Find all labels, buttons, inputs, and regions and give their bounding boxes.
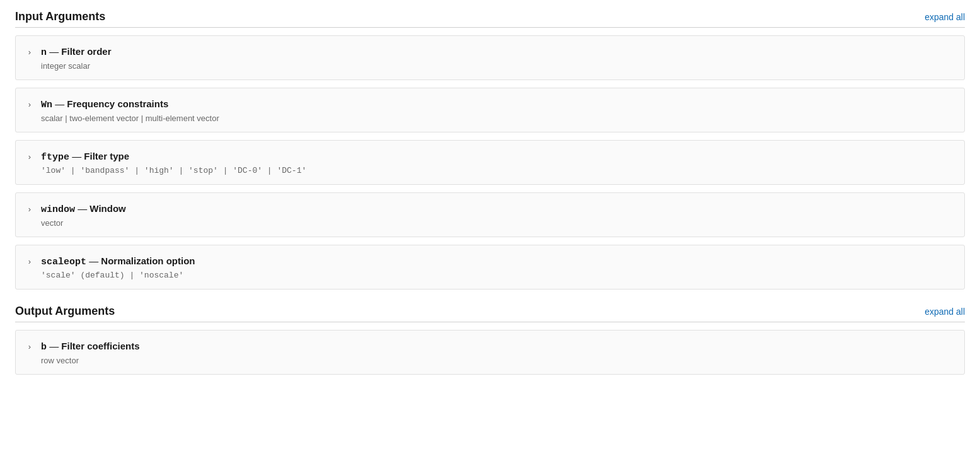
arg-content: n — Filter orderinteger scalar xyxy=(41,45,954,71)
arg-item[interactable]: ›window — Windowvector xyxy=(15,192,965,237)
chevron-right-icon: › xyxy=(25,255,35,267)
arg-subtitle: 'scale' (default) | 'noscale' xyxy=(41,271,954,280)
arg-item[interactable]: ›Wn — Frequency constraintsscalar | two-… xyxy=(15,88,965,132)
arg-content: window — Windowvector xyxy=(41,202,954,228)
chevron-right-icon: › xyxy=(25,45,35,58)
arg-title: Wn — Frequency constraints xyxy=(41,97,954,112)
arg-content: ftype — Filter type'low' | 'bandpass' | … xyxy=(41,149,954,175)
chevron-right-icon: › xyxy=(25,340,35,353)
arg-separator: — xyxy=(86,255,101,266)
arg-item-header: ›window — Windowvector xyxy=(25,202,954,228)
arg-content: b — Filter coefficientsrow vector xyxy=(41,339,954,365)
arg-name: Wn xyxy=(41,100,52,110)
arg-name: n xyxy=(41,47,47,58)
output-arguments-section: Output Arguments expand all ›b — Filter … xyxy=(15,305,965,375)
arg-subtitle: vector xyxy=(41,218,954,228)
arg-separator: — xyxy=(47,341,61,351)
arg-content: Wn — Frequency constraintsscalar | two-e… xyxy=(41,97,954,123)
arg-label: Window xyxy=(89,203,125,214)
arg-item-header: ›Wn — Frequency constraintsscalar | two-… xyxy=(25,97,954,123)
arg-subtitle: integer scalar xyxy=(41,61,954,71)
output-arguments-title: Output Arguments xyxy=(15,305,115,318)
arg-name: scaleopt xyxy=(41,257,86,267)
arg-label: Frequency constraints xyxy=(67,98,168,109)
arg-item-header: ›n — Filter orderinteger scalar xyxy=(25,45,954,71)
input-expand-all-button[interactable]: expand all xyxy=(925,12,965,22)
input-arguments-section-header: Input Arguments expand all xyxy=(15,10,965,28)
arg-title: ftype — Filter type xyxy=(41,149,954,164)
chevron-right-icon: › xyxy=(25,202,35,215)
arg-name: b xyxy=(41,342,47,353)
arg-subtitle: 'low' | 'bandpass' | 'high' | 'stop' | '… xyxy=(41,166,954,175)
chevron-right-icon: › xyxy=(25,150,35,163)
arg-separator: — xyxy=(69,151,84,161)
chevron-right-icon: › xyxy=(25,98,35,110)
arg-separator: — xyxy=(52,98,67,109)
arg-label: Filter type xyxy=(84,151,129,161)
arg-subtitle: scalar | two-element vector | multi-elem… xyxy=(41,114,954,123)
arg-name: window xyxy=(41,204,75,215)
arg-item[interactable]: ›scaleopt — Normalization option'scale' … xyxy=(15,245,965,290)
input-arguments-title: Input Arguments xyxy=(15,10,105,23)
arg-title: n — Filter order xyxy=(41,45,954,59)
arg-label: Filter coefficients xyxy=(61,341,139,351)
arg-item-header: ›scaleopt — Normalization option'scale' … xyxy=(25,254,954,280)
arg-item-header: ›ftype — Filter type'low' | 'bandpass' |… xyxy=(25,149,954,175)
arg-title: b — Filter coefficients xyxy=(41,339,954,354)
arg-item-header: ›b — Filter coefficientsrow vector xyxy=(25,339,954,365)
arg-item[interactable]: ›n — Filter orderinteger scalar xyxy=(15,35,965,80)
output-arguments-section-header: Output Arguments expand all xyxy=(15,305,965,322)
arg-label: Normalization option xyxy=(101,255,195,266)
arg-subtitle: row vector xyxy=(41,356,954,365)
arg-label: Filter order xyxy=(61,46,111,57)
output-expand-all-button[interactable]: expand all xyxy=(925,307,965,317)
arg-separator: — xyxy=(75,203,89,214)
page-container: Input Arguments expand all ›n — Filter o… xyxy=(0,0,980,400)
arg-name: ftype xyxy=(41,152,69,163)
arg-item[interactable]: ›ftype — Filter type'low' | 'bandpass' |… xyxy=(15,140,965,185)
input-arguments-list: ›n — Filter orderinteger scalar›Wn — Fre… xyxy=(15,35,965,290)
arg-title: scaleopt — Normalization option xyxy=(41,254,954,269)
output-arguments-list: ›b — Filter coefficientsrow vector xyxy=(15,330,965,375)
arg-item[interactable]: ›b — Filter coefficientsrow vector xyxy=(15,330,965,375)
arg-content: scaleopt — Normalization option'scale' (… xyxy=(41,254,954,280)
arg-separator: — xyxy=(47,46,61,57)
arg-title: window — Window xyxy=(41,202,954,216)
